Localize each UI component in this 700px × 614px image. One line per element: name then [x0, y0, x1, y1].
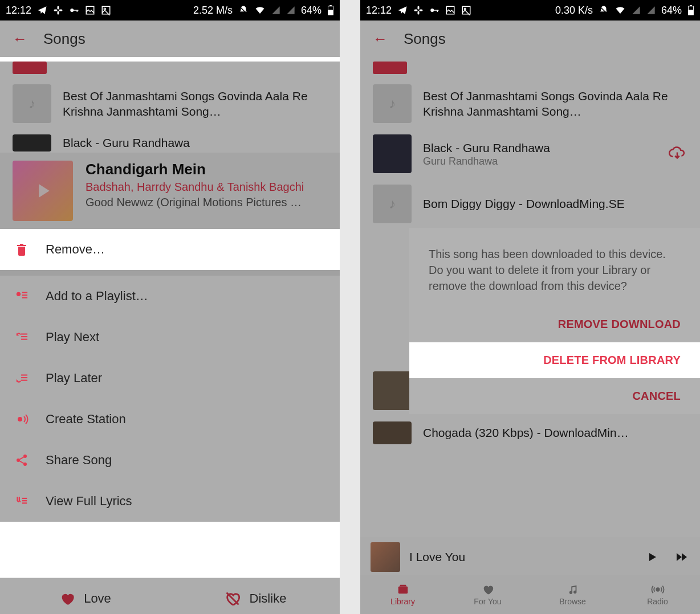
signal-icon-2	[646, 6, 656, 15]
image-icon-2	[101, 5, 111, 15]
battery-pct: 64%	[661, 5, 682, 17]
lyrics-icon	[14, 493, 30, 509]
svg-rect-37	[420, 10, 423, 11]
menu-play-next[interactable]: Play Next	[0, 317, 340, 358]
svg-point-27	[23, 455, 27, 458]
svg-rect-5	[74, 10, 79, 11]
battery-icon	[687, 5, 694, 15]
key-icon	[429, 5, 439, 15]
telegram-icon	[37, 5, 47, 15]
svg-rect-8	[102, 6, 110, 14]
share-icon	[14, 452, 30, 468]
menu-play-later[interactable]: Play Later	[0, 358, 340, 399]
svg-rect-2	[54, 10, 58, 11]
signal-icon	[271, 6, 280, 15]
clock: 12:12	[366, 5, 392, 17]
phone-left: 12:12 2.52 M/s 64% ← Songs ♪ Best Of	[0, 0, 340, 614]
svg-rect-36	[414, 10, 418, 11]
image-icon-2	[461, 5, 471, 15]
svg-rect-40	[437, 10, 438, 12]
svg-rect-1	[58, 11, 59, 15]
menu-label: Share Song	[46, 453, 112, 468]
menu-remove[interactable]: Remove…	[0, 229, 340, 270]
svg-point-29	[23, 462, 27, 466]
signal-icon-2	[286, 6, 295, 15]
cancel-button[interactable]: CANCEL	[409, 378, 700, 414]
battery-icon	[327, 5, 334, 15]
delete-from-library-button[interactable]: DELETE FROM LIBRARY	[409, 342, 700, 378]
battery-pct: 64%	[301, 5, 321, 17]
menu-label: View Full Lyrics	[46, 494, 132, 509]
svg-rect-0	[58, 6, 59, 10]
svg-rect-34	[418, 6, 420, 10]
key-icon	[69, 5, 79, 15]
clock: 12:12	[6, 5, 31, 17]
remove-download-button[interactable]: REMOVE DOWNLOAD	[409, 306, 700, 342]
menu-lyrics[interactable]: View Full Lyrics	[0, 481, 340, 522]
trash-icon	[14, 241, 30, 257]
dialog-message: This song has been downloaded to this de…	[409, 228, 700, 306]
svg-rect-6	[77, 10, 78, 12]
mute-icon	[599, 5, 609, 15]
svg-rect-35	[418, 11, 420, 15]
playlist-add-icon: +	[14, 288, 30, 304]
network-speed: 0.30 K/s	[555, 5, 593, 17]
menu-create-station[interactable]: + Create Station	[0, 399, 340, 440]
station-icon: +	[14, 411, 30, 427]
delete-dialog: This song has been downloaded to this de…	[409, 228, 700, 414]
status-bar: 12:12 2.52 M/s 64%	[0, 0, 340, 21]
phone-right: 12:12 0.30 K/s 64% ← Songs ♪ Best Of Jan…	[360, 0, 700, 614]
svg-point-43	[464, 8, 466, 10]
play-next-icon	[14, 329, 30, 345]
svg-rect-13	[329, 5, 332, 6]
svg-text:+: +	[17, 292, 19, 297]
svg-rect-46	[689, 10, 694, 15]
svg-rect-12	[328, 10, 333, 15]
menu-add-playlist[interactable]: + Add to a Playlist…	[0, 276, 340, 317]
network-speed: 2.52 M/s	[193, 5, 233, 17]
svg-point-4	[70, 9, 74, 12]
menu-label: Create Station	[46, 412, 126, 427]
slack-icon	[53, 5, 63, 15]
svg-rect-3	[59, 10, 63, 11]
wifi-icon	[254, 5, 266, 15]
menu-label: Remove…	[46, 242, 105, 257]
slack-icon	[413, 5, 424, 15]
svg-rect-42	[462, 6, 470, 14]
play-later-icon	[14, 370, 30, 386]
mute-icon	[238, 5, 249, 15]
reaction-footer: Love Dislike	[0, 578, 340, 614]
svg-point-28	[17, 459, 20, 462]
appbar: ← Songs	[0, 21, 340, 57]
menu-label: Play Next	[46, 330, 99, 345]
signal-icon	[632, 6, 641, 15]
svg-text:+: +	[19, 417, 22, 422]
menu-label: Add to a Playlist…	[46, 289, 148, 304]
image-icon	[85, 5, 95, 15]
status-bar: 12:12 0.30 K/s 64%	[360, 0, 700, 21]
svg-rect-47	[690, 5, 692, 6]
image-icon	[445, 5, 455, 15]
menu-label: Play Later	[46, 371, 102, 386]
menu-share[interactable]: Share Song	[0, 440, 340, 481]
wifi-icon	[614, 5, 626, 15]
svg-point-38	[430, 9, 434, 12]
svg-rect-39	[434, 10, 439, 11]
telegram-icon	[397, 5, 408, 15]
sheet-header: Chandigarh Mein Badshah, Harrdy Sandhu &…	[0, 153, 340, 229]
svg-point-9	[104, 8, 105, 10]
